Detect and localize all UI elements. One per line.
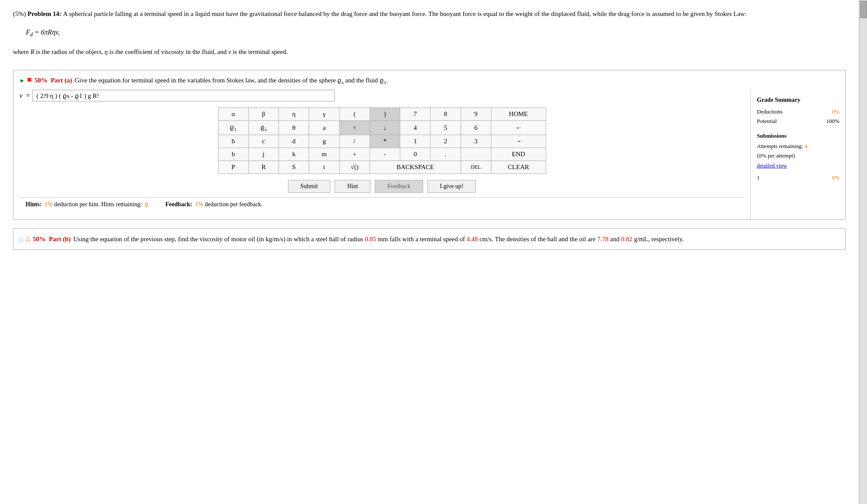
kb-key-6[interactable]: 6	[461, 121, 491, 135]
attempts-remaining-row: Attempts remaining: 4	[757, 142, 839, 151]
kb-key-asterisk[interactable]: *	[370, 135, 400, 148]
hint-button[interactable]: Hint	[335, 180, 370, 193]
give-up-button[interactable]: I give up!	[427, 180, 476, 193]
problem-bold-label: Problem 14:	[28, 10, 63, 17]
part-a-left: v = α β η γ	[13, 90, 750, 217]
kb-key-eta[interactable]: η	[279, 108, 309, 121]
kb-key-open-paren[interactable]: (	[339, 108, 370, 121]
stokes-formula: Fd = 6πRηv,	[26, 27, 837, 39]
deductions-label: Deductions	[757, 107, 782, 117]
main-content: (5%) Problem 14: A spherical particle fa…	[0, 0, 859, 504]
deductions-value: 0%	[832, 107, 839, 117]
page-container: (5%) Problem 14: A spherical particle fa…	[0, 0, 867, 504]
hints-text: Hints: 1% deduction per hint. Hints rema…	[25, 201, 148, 208]
kb-key-g[interactable]: g	[309, 135, 339, 148]
kb-key-close-paren[interactable]: )	[370, 108, 400, 121]
kb-key-k[interactable]: k	[279, 148, 309, 161]
kb-key-j[interactable]: j	[248, 148, 278, 161]
kb-row-5: P R S t √() BACKSPACE DEL CLEAR	[218, 161, 546, 174]
submit-button[interactable]: Submit	[288, 180, 330, 193]
kb-row-3: b c d g / * 1 2 3 →	[218, 135, 546, 148]
kb-key-b[interactable]: b	[218, 135, 248, 148]
kb-key-backspace-arrow[interactable]: ←	[491, 121, 546, 135]
kb-key-theta[interactable]: θ	[279, 121, 309, 135]
kb-key-gamma[interactable]: γ	[309, 108, 339, 121]
problem-description: A spherical particle falling at a termin…	[63, 10, 747, 17]
submissions-title: Submissions	[757, 131, 839, 141]
hints-pct: 1%	[44, 201, 53, 208]
hints-remaining[interactable]: 6	[145, 201, 148, 208]
part-b-header: □ △ 50% Part (b) Using the equation of t…	[13, 229, 845, 249]
detailed-view-link[interactable]: detailed view	[757, 162, 787, 169]
kb-key-m[interactable]: m	[309, 148, 339, 161]
kb-key-c[interactable]: c	[248, 135, 278, 148]
radius-value: 0.85	[365, 236, 376, 243]
kb-key-plus[interactable]: +	[339, 148, 370, 161]
kb-key-d[interactable]: d	[279, 135, 309, 148]
kb-key-0[interactable]: 0	[400, 148, 430, 161]
kb-key-rho1[interactable]: ϱ1	[218, 121, 248, 135]
kb-key-down-arrow[interactable]: ↓	[370, 121, 400, 135]
attempts-label: Attempts remaining:	[757, 143, 803, 149]
kb-key-home[interactable]: HOME	[491, 108, 546, 121]
answer-input-field[interactable]	[32, 90, 335, 101]
scrollbar-thumb[interactable]	[860, 1, 867, 18]
kb-key-up-arrow[interactable]: ↑	[339, 121, 370, 135]
kb-key-end[interactable]: END	[491, 148, 546, 161]
part-b-percent: 50% Part (b)	[33, 234, 71, 244]
kb-key-sqrt[interactable]: √()	[339, 161, 370, 174]
density1-value: 7.78	[597, 236, 608, 243]
kb-row-4: h j k m + - 0 . END	[218, 148, 546, 161]
problem-text: (5%) Problem 14: A spherical particle fa…	[13, 9, 846, 57]
density2-value: 0.82	[621, 236, 632, 243]
kb-key-R[interactable]: R	[248, 161, 278, 174]
kb-key-3[interactable]: 3	[461, 135, 491, 148]
kb-key-minus[interactable]: -	[370, 148, 400, 161]
submission-pct: 0%	[832, 173, 839, 183]
kb-key-4[interactable]: 4	[400, 121, 430, 135]
submission-row-1: 1 0%	[757, 173, 839, 183]
part-a-content: v = α β η γ	[13, 90, 845, 219]
per-attempt-row: (0% per attempt)	[757, 151, 839, 161]
kb-key-8[interactable]: 8	[430, 108, 461, 121]
kb-key-backspace[interactable]: BACKSPACE	[370, 161, 461, 174]
part-a-question: Give the equation for terminal speed in …	[75, 76, 388, 86]
feedback-button[interactable]: Feedback	[375, 180, 423, 193]
checkbox-icon: □	[19, 235, 23, 244]
deductions-row: Deductions 0%	[757, 107, 839, 117]
kb-key-S[interactable]: S	[279, 161, 309, 174]
kb-row-2: ϱ1 ϱs θ a ↑ ↓ 4 5 6 ←	[218, 121, 546, 135]
submission-num: 1	[757, 173, 760, 183]
problem-intro: (5%)	[13, 10, 26, 17]
kb-key-5[interactable]: 5	[430, 121, 461, 135]
kb-key-2[interactable]: 2	[430, 135, 461, 148]
feedback-text: Feedback: 1% deduction per feedback.	[165, 201, 263, 208]
kb-key-beta[interactable]: β	[248, 108, 278, 121]
scrollbar[interactable]	[859, 0, 867, 504]
kb-key-dot[interactable]: .	[430, 148, 461, 161]
answer-equals: =	[26, 92, 30, 100]
kb-key-empty1	[461, 148, 491, 161]
kb-key-9[interactable]: 9	[461, 108, 491, 121]
keyboard-area: α β η γ ( ) 7 8 9 HOME	[218, 107, 546, 174]
kb-key-h[interactable]: h	[218, 148, 248, 161]
kb-key-7[interactable]: 7	[400, 108, 430, 121]
kb-key-1[interactable]: 1	[400, 135, 430, 148]
part-a-box: ► ✖ 50% Part (a) Give the equation for t…	[13, 70, 846, 220]
detailed-view-row: detailed view	[757, 161, 839, 170]
kb-key-slash[interactable]: /	[339, 135, 370, 148]
kb-key-t[interactable]: t	[309, 161, 339, 174]
kb-key-del[interactable]: DEL	[461, 161, 491, 174]
potential-label: Potential	[757, 117, 777, 126]
kb-key-right-arrow[interactable]: →	[491, 135, 546, 148]
kb-key-P[interactable]: P	[218, 161, 248, 174]
grade-summary-panel: Grade Summary Deductions 0% Potential 10…	[750, 90, 845, 219]
kb-key-a[interactable]: a	[309, 121, 339, 135]
warning-icon: △	[25, 234, 30, 243]
close-icon: ✖	[27, 76, 32, 85]
kb-key-rhos[interactable]: ϱs	[248, 121, 278, 135]
kb-key-clear[interactable]: CLEAR	[491, 161, 546, 174]
kb-key-alpha[interactable]: α	[218, 108, 248, 121]
attempts-value: 4	[804, 143, 807, 149]
per-attempt-text: (0% per attempt)	[757, 152, 795, 159]
